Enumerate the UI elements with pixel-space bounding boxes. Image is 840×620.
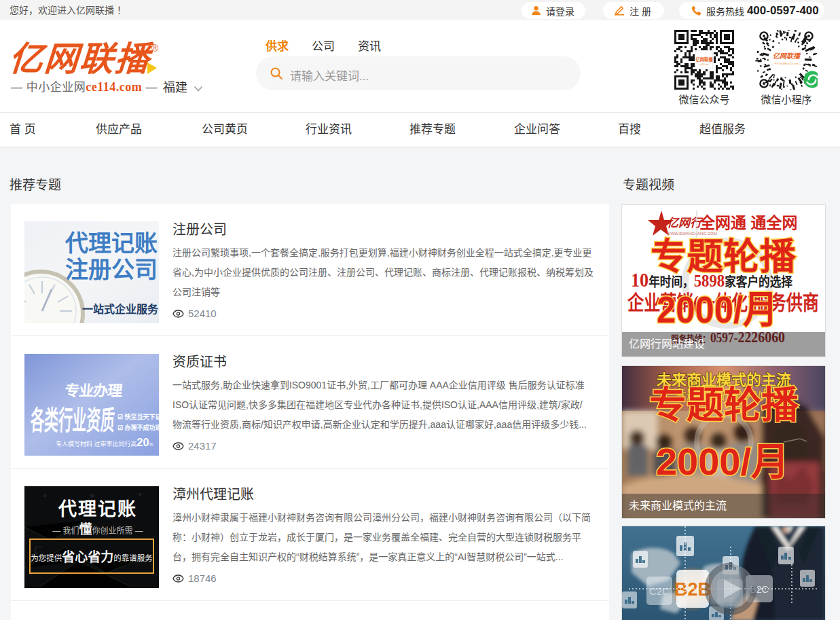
svg-text:C2C: C2C bbox=[649, 585, 670, 597]
svg-text:代理记账: 代理记账 bbox=[58, 499, 137, 519]
svg-text:全网通 通全网: 全网通 通全网 bbox=[699, 214, 797, 232]
svg-text:亿网行: 亿网行 bbox=[667, 217, 704, 230]
svg-text:☑ 办理不成功退款: ☑ 办理不成功退款 bbox=[117, 424, 159, 431]
svg-text:亿网联播: 亿网联播 bbox=[695, 56, 713, 62]
svg-text:☑ 快至当天下证: ☑ 快至当天下证 bbox=[117, 413, 159, 420]
svg-text:WWW.EWANGHANG.COM: WWW.EWANGHANG.COM bbox=[667, 232, 717, 236]
svg-text:代理记账: 代理记账 bbox=[65, 231, 158, 256]
svg-text:专题轮播: 专题轮播 bbox=[649, 384, 799, 426]
svg-text:专业办理: 专业办理 bbox=[64, 382, 124, 399]
svg-text:注册公司: 注册公司 bbox=[65, 257, 158, 282]
svg-text:2000/月: 2000/月 bbox=[657, 288, 778, 331]
svg-text:一站式企业服务: 一站式企业服务 bbox=[82, 303, 159, 315]
svg-text:ce114.com: ce114.com bbox=[699, 63, 709, 66]
svg-text:— 中小企业网ce114.com —: — 中小企业网ce114.com — bbox=[771, 62, 802, 65]
svg-text:亿网联播: 亿网联播 bbox=[773, 52, 801, 60]
svg-text:各类行业资质: 各类行业资质 bbox=[30, 405, 115, 435]
svg-text:2000/月: 2000/月 bbox=[656, 440, 789, 483]
